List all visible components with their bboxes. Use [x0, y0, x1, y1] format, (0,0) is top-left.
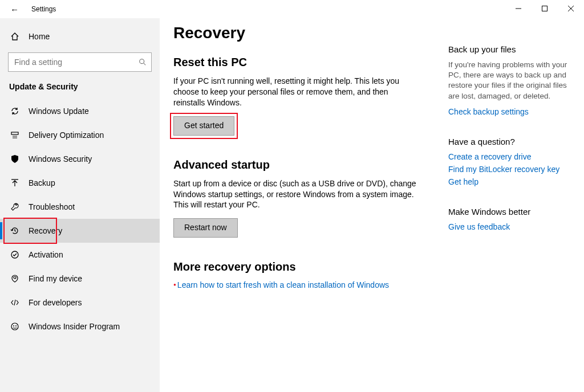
sidebar-item-windows-update[interactable]: Windows Update	[0, 99, 160, 123]
sidebar-item-label: Find my device	[29, 274, 82, 283]
check-circle-icon	[9, 250, 21, 259]
insider-icon	[9, 322, 21, 331]
sidebar-item-label: Troubleshoot	[29, 202, 75, 211]
search-input[interactable]	[13, 57, 139, 67]
sidebar: Home Update & Security Windows Update	[0, 18, 160, 392]
back-arrow-icon[interactable]: ←	[10, 5, 19, 14]
advanced-heading: Advanced startup	[173, 158, 419, 172]
reset-heading: Reset this PC	[173, 56, 419, 69]
backup-description: If you're having problems with your PC, …	[448, 60, 570, 101]
svg-rect-1	[542, 6, 548, 11]
create-recovery-drive-link[interactable]: Create a recovery drive	[448, 152, 570, 161]
question-heading: Have a question?	[448, 137, 570, 146]
svg-rect-6	[11, 132, 18, 134]
advanced-description: Start up from a device or disc (such as …	[173, 178, 419, 211]
start-fresh-link[interactable]: Learn how to start fresh with a clean in…	[177, 280, 389, 289]
search-icon	[139, 58, 147, 66]
wrench-icon	[9, 202, 21, 211]
sidebar-home[interactable]: Home	[0, 25, 160, 48]
check-backup-link[interactable]: Check backup settings	[448, 107, 570, 116]
sidebar-home-label: Home	[29, 32, 50, 41]
history-icon	[9, 226, 21, 235]
feedback-heading: Make Windows better	[448, 207, 570, 217]
close-button[interactable]	[558, 0, 584, 17]
svg-point-9	[14, 276, 16, 279]
sidebar-item-windows-security[interactable]: Windows Security	[0, 147, 160, 171]
sidebar-item-label: Activation	[29, 250, 63, 259]
more-options-heading: More recovery options	[173, 260, 419, 273]
sidebar-item-label: Backup	[29, 178, 55, 187]
search-box[interactable]	[8, 52, 152, 72]
svg-point-10	[11, 323, 18, 330]
sidebar-item-troubleshoot[interactable]: Troubleshoot	[0, 195, 160, 219]
minimize-button[interactable]	[505, 0, 532, 17]
backup-heading: Back up your files	[448, 44, 570, 54]
sidebar-item-label: Windows Update	[29, 107, 89, 116]
svg-line-5	[144, 63, 146, 66]
sidebar-item-recovery[interactable]: Recovery	[0, 219, 160, 243]
sidebar-item-label: For developers	[29, 298, 82, 307]
sidebar-item-for-developers[interactable]: For developers	[0, 291, 160, 315]
sidebar-item-label: Windows Insider Program	[29, 322, 120, 331]
sidebar-item-label: Windows Security	[29, 154, 92, 164]
window-title: Settings	[31, 5, 56, 13]
page-title: Recovery	[173, 24, 419, 42]
sidebar-item-label: Recovery	[29, 226, 62, 235]
location-icon	[9, 274, 21, 283]
sidebar-item-backup[interactable]: Backup	[0, 171, 160, 195]
reset-description: If your PC isn't running well, resetting…	[173, 76, 419, 108]
sidebar-section-title: Update & Security	[0, 82, 160, 99]
annotation-dot: ●	[173, 282, 176, 287]
find-bitlocker-key-link[interactable]: Find my BitLocker recovery key	[448, 165, 570, 174]
get-help-link[interactable]: Get help	[448, 177, 570, 186]
svg-point-4	[140, 59, 144, 64]
sidebar-item-find-my-device[interactable]: Find my device	[0, 267, 160, 291]
maximize-button[interactable]	[532, 0, 558, 17]
sidebar-item-activation[interactable]: Activation	[0, 243, 160, 267]
shield-icon	[9, 154, 21, 164]
home-icon	[9, 32, 21, 41]
code-icon	[9, 298, 21, 307]
sidebar-item-delivery-optimization[interactable]: Delivery Optimization	[0, 123, 160, 147]
backup-icon	[9, 178, 21, 187]
get-started-button[interactable]: Get started	[173, 116, 234, 136]
give-feedback-link[interactable]: Give us feedback	[448, 222, 570, 231]
sidebar-item-windows-insider[interactable]: Windows Insider Program	[0, 315, 160, 338]
sidebar-item-label: Delivery Optimization	[29, 130, 104, 140]
delivery-icon	[9, 130, 21, 140]
svg-point-8	[11, 251, 18, 258]
title-bar: ← Settings	[0, 0, 584, 18]
svg-point-11	[13, 325, 14, 326]
restart-now-button[interactable]: Restart now	[173, 218, 238, 238]
sync-icon	[9, 107, 21, 116]
svg-point-12	[15, 325, 17, 326]
